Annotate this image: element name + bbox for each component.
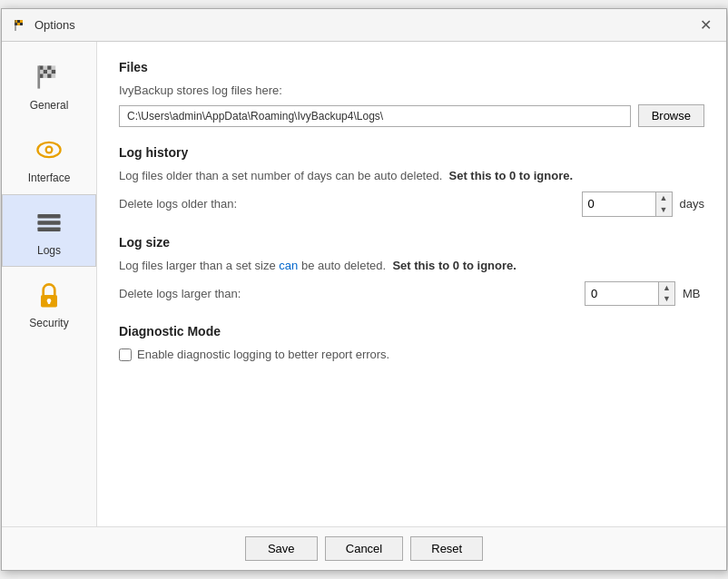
log-size-desc: Log files larger than a set size can be … [119, 259, 704, 272]
svg-rect-1 [17, 20, 20, 23]
files-description: IvyBackup stores log files here: [119, 83, 704, 97]
cancel-button[interactable]: Cancel [325, 536, 403, 561]
main-content: General Interface [2, 42, 726, 526]
mb-unit-label: MB [683, 287, 704, 300]
sidebar-item-interface[interactable]: Interface [2, 122, 96, 194]
save-button[interactable]: Save [245, 536, 318, 561]
svg-rect-28 [48, 300, 51, 304]
sidebar-item-interface-label: Interface [28, 172, 71, 184]
svg-rect-8 [44, 65, 48, 70]
log-size-desc-text: Log files larger than a set size can be … [119, 259, 386, 272]
delete-older-label: Delete logs older than: [119, 197, 237, 211]
log-history-desc-text: Log files older than a set number of day… [119, 169, 442, 182]
close-button[interactable]: ✕ [696, 18, 715, 33]
delete-larger-label: Delete logs larger than: [119, 287, 241, 300]
svg-rect-24 [37, 221, 60, 225]
general-icon [31, 59, 67, 95]
log-size-can-link: can [279, 259, 298, 272]
log-history-desc-bold: Set this to 0 to ignore. [449, 169, 574, 182]
svg-rect-4 [20, 20, 23, 23]
logs-icon [31, 204, 67, 240]
days-spinner: ▲ ▼ [582, 191, 673, 217]
svg-rect-17 [47, 74, 52, 78]
svg-rect-3 [17, 23, 20, 25]
title-bar: Options ✕ [2, 9, 726, 42]
app-icon [13, 18, 27, 33]
sidebar-item-logs-label: Logs [37, 244, 61, 257]
svg-rect-19 [37, 65, 40, 88]
log-history-input-row: Delete logs older than: ▲ ▼ days [119, 191, 704, 217]
sidebar-item-general[interactable]: General [2, 49, 96, 122]
log-size-title: Log size [119, 235, 704, 250]
diagnostic-checkbox[interactable] [119, 348, 132, 361]
days-unit-label: days [680, 197, 704, 211]
sidebar-item-general-label: General [30, 99, 69, 112]
mb-increment-button[interactable]: ▲ [659, 282, 674, 294]
sidebar-item-logs[interactable]: Logs [2, 194, 96, 267]
log-history-section: Log history Log files older than a set n… [119, 145, 704, 217]
days-input[interactable] [583, 194, 655, 213]
files-section: Files IvyBackup stores log files here: B… [119, 60, 704, 127]
log-history-desc: Log files older than a set number of day… [119, 169, 704, 182]
footer: Save Cancel Reset [2, 526, 726, 570]
file-path-row: Browse [119, 104, 704, 127]
diagnostic-checkbox-row: Enable diagnostic logging to better repo… [119, 348, 704, 361]
mb-decrement-button[interactable]: ▼ [659, 293, 674, 305]
log-history-title: Log history [119, 145, 704, 160]
log-size-section: Log size Log files larger than a set siz… [119, 235, 704, 307]
svg-rect-12 [44, 70, 48, 74]
svg-rect-5 [20, 23, 23, 25]
diagnostic-checkbox-label: Enable diagnostic logging to better repo… [137, 348, 389, 361]
reset-button[interactable]: Reset [410, 536, 483, 561]
files-title: Files [119, 60, 704, 74]
svg-rect-10 [52, 65, 56, 70]
security-icon [31, 277, 67, 313]
sidebar: General Interface [2, 42, 97, 526]
svg-rect-18 [52, 74, 56, 78]
svg-rect-14 [52, 70, 56, 74]
days-increment-button[interactable]: ▲ [656, 192, 672, 204]
content-panel: Files IvyBackup stores log files here: B… [97, 42, 726, 526]
mb-spinner: ▲ ▼ [585, 281, 675, 307]
diagnostic-title: Diagnostic Mode [119, 324, 704, 339]
window-title: Options [34, 18, 75, 32]
browse-button[interactable]: Browse [638, 104, 704, 127]
file-path-input[interactable] [119, 105, 631, 127]
svg-rect-23 [37, 214, 60, 219]
days-spinner-buttons: ▲ ▼ [655, 192, 672, 216]
mb-input[interactable] [585, 284, 658, 303]
log-size-desc-bold: Set this to 0 to ignore. [392, 259, 516, 272]
svg-rect-16 [44, 74, 48, 78]
sidebar-item-security-label: Security [29, 317, 68, 329]
svg-rect-13 [47, 70, 52, 74]
svg-rect-9 [47, 65, 52, 70]
sidebar-item-security[interactable]: Security [2, 267, 96, 339]
diagnostic-section: Diagnostic Mode Enable diagnostic loggin… [119, 324, 704, 361]
mb-spinner-buttons: ▲ ▼ [658, 282, 674, 306]
svg-rect-25 [37, 227, 60, 231]
days-decrement-button[interactable]: ▼ [656, 204, 672, 216]
interface-icon [31, 132, 67, 168]
options-window: Options ✕ [1, 8, 727, 571]
log-size-input-row: Delete logs larger than: ▲ ▼ MB [119, 281, 704, 307]
svg-point-22 [47, 148, 52, 152]
title-bar-left: Options [13, 18, 75, 33]
